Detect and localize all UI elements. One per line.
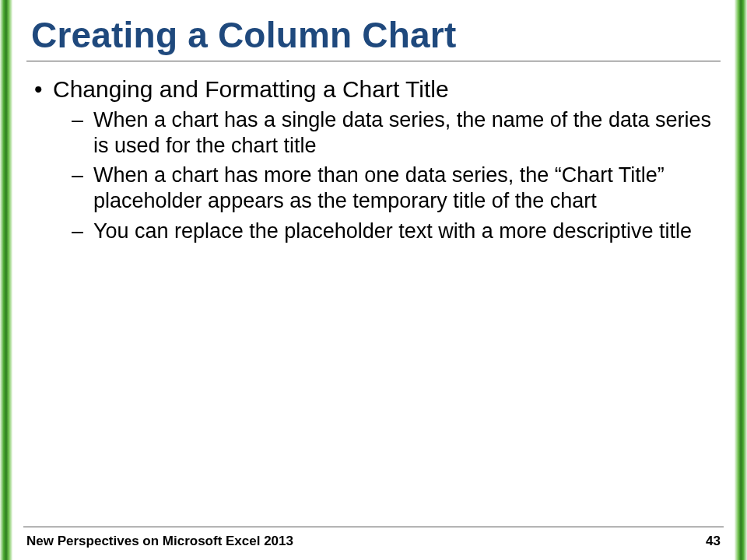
- footer-divider: [23, 527, 724, 527]
- bullet-level1-text: Changing and Formatting a Chart Title: [53, 76, 449, 102]
- bullet-level2-text: When a chart has a single data series, t…: [93, 108, 711, 157]
- slide: Creating a Column Chart Changing and For…: [0, 0, 747, 560]
- title-divider: [26, 61, 721, 61]
- slide-body: Changing and Formatting a Chart Title Wh…: [23, 75, 724, 244]
- slide-title: Creating a Column Chart: [31, 14, 724, 56]
- right-border-decoration: [735, 0, 747, 560]
- bullet-level2-text: When a chart has more than one data seri…: [93, 163, 665, 212]
- slide-content: Creating a Column Chart Changing and For…: [23, 14, 724, 529]
- bullet-level2-text: You can replace the placeholder text wit…: [93, 219, 692, 243]
- bullet-level1: Changing and Formatting a Chart Title Wh…: [31, 75, 724, 244]
- bullet-level2-item: You can replace the placeholder text wit…: [67, 219, 724, 244]
- slide-footer: New Perspectives on Microsoft Excel 2013…: [26, 534, 721, 549]
- bullet-level2-item: When a chart has more than one data seri…: [67, 163, 724, 214]
- footer-source: New Perspectives on Microsoft Excel 2013: [26, 534, 293, 549]
- bullet-level2-item: When a chart has a single data series, t…: [67, 107, 724, 159]
- left-border-decoration: [0, 0, 12, 560]
- footer-page-number: 43: [706, 534, 721, 549]
